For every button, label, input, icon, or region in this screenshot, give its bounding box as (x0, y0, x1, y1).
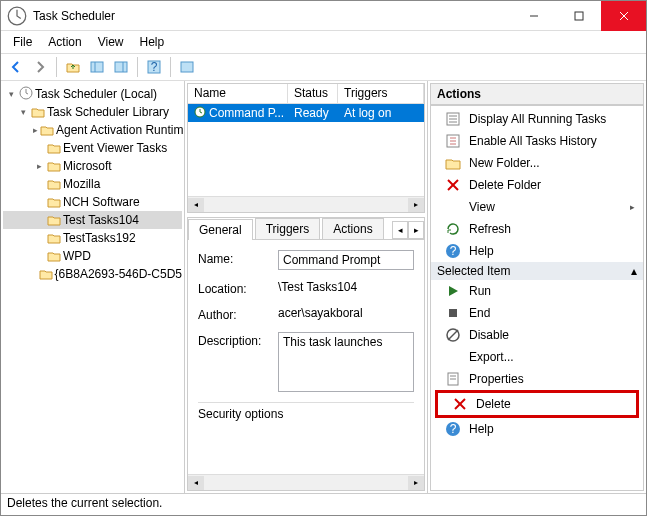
folder-icon (40, 124, 54, 136)
help-button[interactable]: ? (143, 56, 165, 78)
minimize-button[interactable] (511, 1, 556, 31)
svg-rect-5 (91, 62, 103, 72)
name-label: Name: (198, 250, 268, 266)
tree-item[interactable]: Mozilla (3, 175, 182, 193)
action-run[interactable]: Run (431, 280, 643, 302)
task-list-header: Name Status Triggers (188, 84, 424, 104)
maximize-button[interactable] (556, 1, 601, 31)
tree-item-label: Event Viewer Tasks (63, 141, 167, 155)
folder-icon (47, 178, 61, 190)
tab-actions[interactable]: Actions (322, 218, 383, 239)
action-end[interactable]: End (431, 302, 643, 324)
action-label: Enable All Tasks History (469, 134, 597, 148)
tree-item[interactable]: WPD (3, 247, 182, 265)
task-row[interactable]: Command P... Ready At log on (188, 104, 424, 122)
author-label: Author: (198, 306, 268, 322)
play-icon (445, 283, 461, 299)
action-help[interactable]: ? Help (431, 240, 643, 262)
action-new-folder[interactable]: New Folder... (431, 152, 643, 174)
delete-icon (452, 396, 468, 412)
action-help-2[interactable]: ? Help (431, 418, 643, 440)
center-pane: Name Status Triggers Command P... Ready … (185, 81, 428, 493)
tree-item[interactable]: ▸Agent Activation Runtime (3, 121, 182, 139)
folder-icon (31, 106, 45, 118)
help-icon: ? (445, 421, 461, 437)
action-properties[interactable]: Properties (431, 368, 643, 390)
col-triggers[interactable]: Triggers (338, 84, 424, 103)
actions-section-selected[interactable]: Selected Item ▴ (431, 262, 643, 280)
help-icon: ? (445, 243, 461, 259)
app-icon (7, 6, 27, 26)
tree-library[interactable]: ▾ Task Scheduler Library (3, 103, 182, 121)
menu-file[interactable]: File (5, 33, 40, 51)
tree-item[interactable]: TestTasks192 (3, 229, 182, 247)
col-name[interactable]: Name (188, 84, 288, 103)
window-title: Task Scheduler (33, 9, 511, 23)
name-field[interactable]: Command Prompt (278, 250, 414, 270)
menu-bar: File Action View Help (1, 31, 646, 53)
tree-item-label: Microsoft (63, 159, 112, 173)
tab-general[interactable]: General (188, 219, 253, 240)
clock-icon (194, 106, 206, 121)
main-area: ▾ Task Scheduler (Local) ▾ Task Schedule… (1, 81, 646, 493)
tree-item[interactable]: {6B8A2693-546D-C5D5 (3, 265, 182, 283)
refresh-icon (445, 221, 461, 237)
horizontal-scrollbar[interactable]: ◂ ▸ (188, 474, 424, 490)
action-refresh[interactable]: Refresh (431, 218, 643, 240)
expand-icon[interactable]: ▸ (33, 160, 45, 172)
svg-text:?: ? (450, 422, 457, 436)
action-disable[interactable]: Disable (431, 324, 643, 346)
scroll-right-icon[interactable]: ▸ (408, 476, 424, 490)
tab-triggers[interactable]: Triggers (255, 218, 321, 239)
action-display-running[interactable]: Display All Running Tasks (431, 108, 643, 130)
properties-icon (445, 371, 461, 387)
task-list-body: Command P... Ready At log on (188, 104, 424, 196)
expand-icon[interactable]: ▸ (33, 124, 38, 136)
tree-item[interactable]: Event Viewer Tasks (3, 139, 182, 157)
stop-icon (445, 305, 461, 321)
tree-item-selected[interactable]: Test Tasks104 (3, 211, 182, 229)
delete-highlight: Delete (435, 390, 639, 418)
tree-item[interactable]: ▸Microsoft (3, 157, 182, 175)
action-delete-folder[interactable]: Delete Folder (431, 174, 643, 196)
scroll-left-icon[interactable]: ◂ (188, 198, 204, 212)
tree-item[interactable]: NCH Software (3, 193, 182, 211)
action-view[interactable]: View ▸ (431, 196, 643, 218)
tree-root[interactable]: ▾ Task Scheduler (Local) (3, 85, 182, 103)
action-label: Export... (469, 350, 514, 364)
tree-pane: ▾ Task Scheduler (Local) ▾ Task Schedule… (1, 81, 185, 493)
tab-scroll-right[interactable]: ▸ (408, 221, 424, 239)
horizontal-scrollbar[interactable]: ◂ ▸ (188, 196, 424, 212)
security-options-label: Security options (198, 402, 414, 421)
action-label: Display All Running Tasks (469, 112, 606, 126)
tab-scroll-left[interactable]: ◂ (392, 221, 408, 239)
menu-help[interactable]: Help (132, 33, 173, 51)
show-hide-tree-button[interactable] (86, 56, 108, 78)
up-folder-button[interactable] (62, 56, 84, 78)
show-hide-actions-button[interactable] (110, 56, 132, 78)
toolbar-separator (137, 57, 138, 77)
forward-button[interactable] (29, 56, 51, 78)
scroll-right-icon[interactable]: ▸ (408, 198, 424, 212)
scroll-left-icon[interactable]: ◂ (188, 476, 204, 490)
back-button[interactable] (5, 56, 27, 78)
action-enable-history[interactable]: Enable All Tasks History (431, 130, 643, 152)
action-label: New Folder... (469, 156, 540, 170)
col-status[interactable]: Status (288, 84, 338, 103)
expand-icon[interactable]: ▾ (5, 88, 17, 100)
menu-action[interactable]: Action (40, 33, 89, 51)
tree-item-label: Agent Activation Runtime (56, 123, 185, 137)
menu-view[interactable]: View (90, 33, 132, 51)
action-export[interactable]: Export... (431, 346, 643, 368)
action-delete[interactable]: Delete (438, 393, 636, 415)
description-field[interactable]: This task launches (278, 332, 414, 392)
folder-icon (47, 214, 61, 226)
toolbar-separator (170, 57, 171, 77)
refresh-button[interactable] (176, 56, 198, 78)
actions-header: Actions (430, 83, 644, 105)
details-pane: General Triggers Actions ◂ ▸ Name: Comma… (187, 217, 425, 491)
tree-item-label: TestTasks192 (63, 231, 136, 245)
blank-icon (445, 199, 461, 215)
close-button[interactable] (601, 1, 646, 31)
expand-icon[interactable]: ▾ (17, 106, 29, 118)
